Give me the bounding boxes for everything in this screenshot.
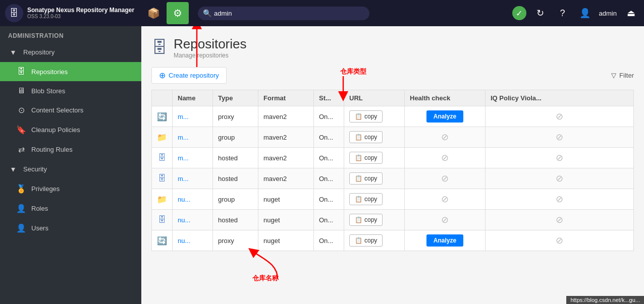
settings-icon-btn[interactable]: ⚙ bbox=[167, 2, 189, 24]
table-row: 📁nu...groupnugetOn...📋 copy⊘⊘ bbox=[152, 189, 634, 210]
row-format: maven2 bbox=[258, 168, 314, 189]
check-icon: ✓ bbox=[512, 6, 526, 20]
table-container: 仓库类型 Name Type Format bbox=[151, 90, 634, 251]
col-type[interactable]: Type bbox=[213, 90, 258, 106]
refresh-icon-btn[interactable]: ↻ bbox=[532, 5, 549, 21]
analyze-button[interactable]: Analyze bbox=[426, 110, 463, 123]
page-title-block: Repositories Manage repositories bbox=[174, 36, 247, 59]
row-iq-policy: ⊘ bbox=[486, 106, 634, 127]
sidebar-item-security-label: Security bbox=[23, 165, 47, 173]
sidebar-item-users[interactable]: 👤 Users bbox=[0, 218, 141, 238]
disabled-iq-icon: ⊘ bbox=[556, 111, 563, 121]
row-icon-cell: 🗄 bbox=[152, 210, 173, 230]
row-format: maven2 bbox=[258, 127, 314, 148]
table-row: 🗄nu...hostednugetOn...📋 copy⊘⊘ bbox=[152, 210, 634, 230]
admin-section-title: Administration bbox=[0, 26, 141, 42]
search-input[interactable] bbox=[198, 7, 369, 20]
row-format: maven2 bbox=[258, 148, 314, 168]
row-iq-policy: ⊘ bbox=[486, 127, 634, 148]
row-iq-policy: ⊘ bbox=[486, 168, 634, 189]
row-icon-cell: 🔄 bbox=[152, 106, 173, 127]
disabled-iq-icon: ⊘ bbox=[556, 215, 563, 225]
col-icon bbox=[152, 90, 173, 106]
row-format: maven2 bbox=[258, 106, 314, 127]
row-name[interactable]: m... bbox=[173, 168, 213, 189]
row-health: ⊘ bbox=[405, 210, 486, 230]
sidebar-item-roles-label: Roles bbox=[31, 205, 48, 212]
search-area: 🔍 bbox=[198, 7, 369, 20]
row-url: 📋 copy bbox=[344, 230, 405, 251]
row-format: nuget bbox=[258, 230, 314, 251]
table-row: 🗄m...hostedmaven2On...📋 copy⊘⊘ bbox=[152, 148, 634, 168]
copy-icon: 📋 bbox=[355, 154, 362, 161]
copy-icon: 📋 bbox=[355, 134, 362, 141]
main-layout: Administration ▾ Repository 🗄 Repositori… bbox=[0, 26, 644, 304]
row-name[interactable]: nu... bbox=[173, 210, 213, 230]
copy-url-button[interactable]: 📋 copy bbox=[349, 193, 383, 205]
row-icon-cell: 🔄 bbox=[152, 230, 173, 251]
row-name[interactable]: nu... bbox=[173, 189, 213, 210]
help-icon-btn[interactable]: ? bbox=[555, 5, 571, 21]
disabled-health-icon: ⊘ bbox=[441, 173, 449, 184]
create-plus-icon: ⊕ bbox=[159, 71, 166, 80]
sidebar-item-security[interactable]: ▾ Security bbox=[0, 159, 141, 179]
disabled-iq-icon: ⊘ bbox=[556, 132, 563, 142]
logo-icon: 🗄 bbox=[5, 4, 23, 22]
row-name[interactable]: m... bbox=[173, 106, 213, 127]
analyze-button[interactable]: Analyze bbox=[426, 234, 463, 247]
sidebar-item-routing-rules-label: Routing Rules bbox=[31, 146, 73, 153]
create-repository-button[interactable]: ⊕ Create repository bbox=[151, 67, 227, 84]
sidebar-item-repository-label: Repository bbox=[23, 48, 55, 56]
row-status: On... bbox=[314, 210, 344, 230]
table-header: Name Type Format St... URL Health check … bbox=[152, 90, 634, 106]
col-iq[interactable]: IQ Policy Viola... bbox=[486, 90, 634, 106]
sidebar-item-content-selectors[interactable]: ⊙ Content Selectors bbox=[0, 100, 141, 120]
row-iq-policy: ⊘ bbox=[486, 230, 634, 251]
filter-area: ▽ Filter bbox=[611, 72, 634, 79]
row-name[interactable]: nu... bbox=[173, 230, 213, 251]
row-url: 📋 copy bbox=[344, 106, 405, 127]
copy-url-button[interactable]: 📋 copy bbox=[349, 214, 383, 226]
row-status: On... bbox=[314, 106, 344, 127]
row-name[interactable]: m... bbox=[173, 127, 213, 148]
repositories-icon: 🗄 bbox=[16, 67, 26, 76]
nav-icons: 📦 ⚙ bbox=[142, 2, 189, 24]
row-url: 📋 copy bbox=[344, 127, 405, 148]
toolbar: ⊕ Create repository ▽ bbox=[151, 67, 634, 84]
sidebar-item-repositories[interactable]: 🗄 Repositories bbox=[0, 62, 141, 81]
col-status[interactable]: St... bbox=[314, 90, 344, 106]
filter-label: Filter bbox=[619, 72, 634, 79]
row-type: group bbox=[213, 189, 258, 210]
sidebar-item-privileges[interactable]: 🏅 Privileges bbox=[0, 179, 141, 199]
copy-url-button[interactable]: 📋 copy bbox=[349, 131, 383, 143]
row-health: ⊘ bbox=[405, 148, 486, 168]
sidebar-item-privileges-label: Privileges bbox=[31, 185, 60, 193]
col-name[interactable]: Name bbox=[173, 90, 213, 106]
table-row: 🔄nu...proxynugetOn...📋 copyAnalyze⊘ bbox=[152, 230, 634, 251]
sign-out-icon-btn[interactable]: ⏏ bbox=[623, 5, 639, 21]
copy-url-button[interactable]: 📋 copy bbox=[349, 234, 383, 247]
row-type: group bbox=[213, 127, 258, 148]
sidebar-item-cleanup-policies[interactable]: 🔖 Cleanup Policies bbox=[0, 120, 141, 140]
copy-icon: 📋 bbox=[355, 113, 362, 120]
sidebar-item-blob-stores[interactable]: 🖥 Blob Stores bbox=[0, 81, 141, 100]
col-health[interactable]: Health check bbox=[405, 90, 486, 106]
col-format[interactable]: Format bbox=[258, 90, 314, 106]
row-icon-cell: 📁 bbox=[152, 127, 173, 148]
packages-icon-btn[interactable]: 📦 bbox=[142, 2, 165, 24]
copy-url-button[interactable]: 📋 copy bbox=[349, 172, 383, 185]
top-navigation: 🗄 Sonatype Nexus Repository Manager OSS … bbox=[0, 0, 644, 26]
row-health: Analyze bbox=[405, 106, 486, 127]
row-name[interactable]: m... bbox=[173, 148, 213, 168]
sidebar-item-repository[interactable]: ▾ Repository bbox=[0, 42, 141, 62]
sidebar-item-routing-rules[interactable]: ⇄ Routing Rules bbox=[0, 140, 141, 159]
annotation-warehouse-name: 仓库名称 bbox=[252, 274, 279, 283]
copy-url-button[interactable]: 📋 copy bbox=[349, 110, 383, 123]
row-url: 📋 copy bbox=[344, 189, 405, 210]
table-row: 🗄m...hostedmaven2On...📋 copy⊘⊘ bbox=[152, 168, 634, 189]
sidebar-item-roles[interactable]: 👤 Roles bbox=[0, 199, 141, 218]
row-status: On... bbox=[314, 168, 344, 189]
col-url[interactable]: URL bbox=[344, 90, 405, 106]
page-header: 🗄 Repositories Manage repositories bbox=[151, 36, 634, 59]
copy-url-button[interactable]: 📋 copy bbox=[349, 152, 383, 164]
